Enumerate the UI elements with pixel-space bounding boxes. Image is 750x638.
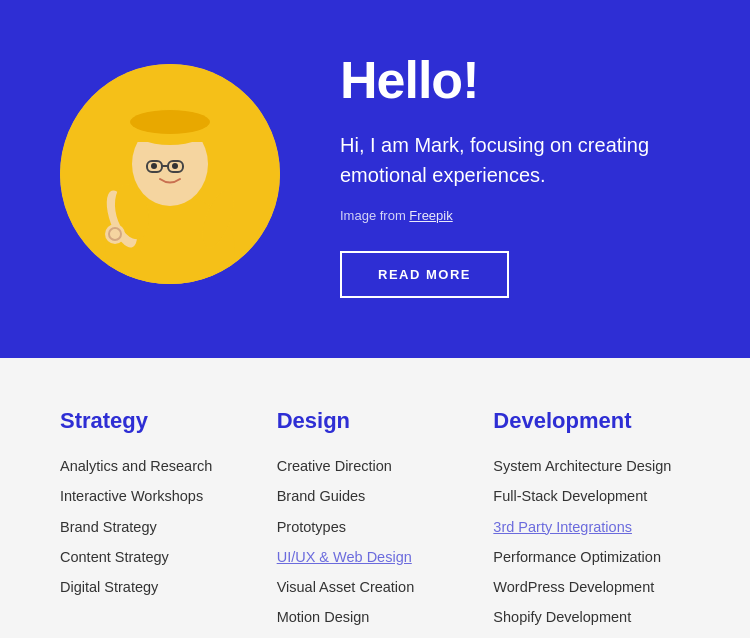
- list-item: Motion Design: [277, 607, 474, 627]
- service-link[interactable]: UI/UX & Web Design: [277, 549, 412, 565]
- svg-point-6: [130, 110, 210, 134]
- service-link[interactable]: Prototypes: [277, 519, 346, 535]
- svg-point-10: [151, 163, 157, 169]
- list-item: Performance Optimization: [493, 547, 690, 567]
- service-link[interactable]: Digital Strategy: [60, 579, 158, 595]
- list-item: Brand Strategy: [60, 517, 257, 537]
- list-item: Full-Stack Development: [493, 486, 690, 506]
- service-link[interactable]: Brand Guides: [277, 488, 366, 504]
- service-title-strategy: Strategy: [60, 408, 257, 434]
- service-column-strategy: StrategyAnalytics and ResearchInteractiv…: [60, 408, 257, 628]
- list-item: Visual Asset Creation: [277, 577, 474, 597]
- service-link[interactable]: Visual Asset Creation: [277, 579, 415, 595]
- list-item: UI/UX & Web Design: [277, 547, 474, 567]
- read-more-button[interactable]: READ MORE: [340, 251, 509, 298]
- service-link[interactable]: Brand Strategy: [60, 519, 157, 535]
- avatar: [60, 64, 280, 284]
- service-link[interactable]: 3rd Party Integrations: [493, 519, 632, 535]
- service-link[interactable]: Performance Optimization: [493, 549, 661, 565]
- hero-title: Hello!: [340, 50, 690, 110]
- service-link[interactable]: WordPress Development: [493, 579, 654, 595]
- list-item: System Architecture Design: [493, 456, 690, 476]
- list-item: Brand Guides: [277, 486, 474, 506]
- hero-subtitle: Hi, I am Mark, focusing on creating emot…: [340, 130, 660, 190]
- service-link[interactable]: System Architecture Design: [493, 458, 671, 474]
- service-link[interactable]: Full-Stack Development: [493, 488, 647, 504]
- list-item: Interactive Workshops: [60, 486, 257, 506]
- service-column-development: DevelopmentSystem Architecture DesignFul…: [493, 408, 690, 628]
- list-item: Prototypes: [277, 517, 474, 537]
- services-section: StrategyAnalytics and ResearchInteractiv…: [0, 358, 750, 638]
- list-item: Digital Strategy: [60, 577, 257, 597]
- list-item: Analytics and Research: [60, 456, 257, 476]
- list-item: Shopify Development: [493, 607, 690, 627]
- list-item: Creative Direction: [277, 456, 474, 476]
- freepik-link[interactable]: Freepik: [409, 208, 452, 223]
- service-link[interactable]: Interactive Workshops: [60, 488, 203, 504]
- service-link[interactable]: Motion Design: [277, 609, 370, 625]
- service-list-design: Creative DirectionBrand GuidesPrototypes…: [277, 456, 474, 628]
- service-link[interactable]: Creative Direction: [277, 458, 392, 474]
- service-title-design: Design: [277, 408, 474, 434]
- service-link[interactable]: Analytics and Research: [60, 458, 212, 474]
- list-item: WordPress Development: [493, 577, 690, 597]
- service-column-design: DesignCreative DirectionBrand GuidesProt…: [277, 408, 474, 628]
- list-item: Content Strategy: [60, 547, 257, 567]
- image-credit: Image from Freepik: [340, 208, 690, 223]
- svg-point-11: [172, 163, 178, 169]
- service-title-development: Development: [493, 408, 690, 434]
- hero-section: Hello! Hi, I am Mark, focusing on creati…: [0, 0, 750, 358]
- hero-text-block: Hello! Hi, I am Mark, focusing on creati…: [340, 50, 690, 298]
- service-link[interactable]: Shopify Development: [493, 609, 631, 625]
- service-link[interactable]: Content Strategy: [60, 549, 169, 565]
- service-list-strategy: Analytics and ResearchInteractive Worksh…: [60, 456, 257, 597]
- service-list-development: System Architecture DesignFull-Stack Dev…: [493, 456, 690, 628]
- list-item: 3rd Party Integrations: [493, 517, 690, 537]
